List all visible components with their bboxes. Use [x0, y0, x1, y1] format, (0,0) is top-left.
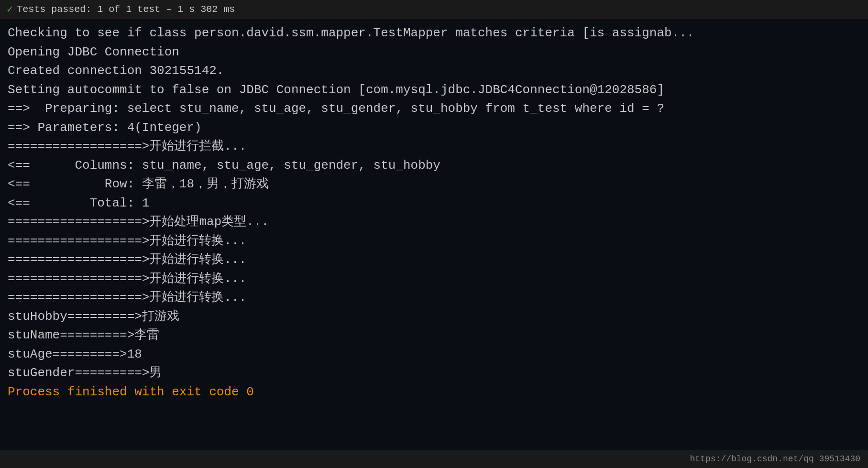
terminal-container: ✓ Tests passed: 1 of 1 test – 1 s 302 ms… [0, 0, 868, 468]
output-line: stuAge=========>18 [8, 345, 860, 364]
output-line: <== Total: 1 [8, 194, 860, 213]
output-line: Process finished with exit code 0 [8, 383, 860, 402]
output-line: stuHobby=========>打游戏 [8, 307, 860, 327]
output-line: ==> Preparing: select stu_name, stu_age,… [8, 99, 860, 119]
pass-icon: ✓ [7, 3, 13, 16]
output-line: stuGender=========>男 [8, 364, 860, 383]
status-bar: ✓ Tests passed: 1 of 1 test – 1 s 302 ms [0, 0, 868, 19]
output-line: ==================>开始进行转换... [8, 250, 860, 270]
output-line: Opening JDBC Connection [8, 43, 860, 62]
output-line: Checking to see if class person.david.ss… [8, 24, 860, 43]
output-line: <== Columns: stu_name, stu_age, stu_gend… [8, 156, 860, 175]
footer-url: https://blog.csdn.net/qq_39513430 [690, 454, 860, 464]
output-line: ==================>开始进行转换... [8, 288, 860, 307]
output-line: ==================>开始处理map类型... [8, 213, 860, 232]
footer-bar: https://blog.csdn.net/qq_39513430 [0, 450, 868, 468]
output-line: ==================>开始进行转换... [8, 270, 860, 289]
output-line: ==================>开始进行拦截... [8, 137, 860, 156]
output-line: Created connection 302155142. [8, 62, 860, 81]
output-line: Setting autocommit to false on JDBC Conn… [8, 81, 860, 100]
output-area: Checking to see if class person.david.ss… [0, 19, 868, 406]
output-line: ==================>开始进行转换... [8, 232, 860, 251]
output-line: ==> Parameters: 4(Integer) [8, 119, 860, 138]
output-line: <== Row: 李雷，18，男，打游戏 [8, 175, 860, 194]
output-line: stuName=========>李雷 [8, 326, 860, 345]
status-text: Tests passed: 1 of 1 test – 1 s 302 ms [17, 4, 235, 15]
